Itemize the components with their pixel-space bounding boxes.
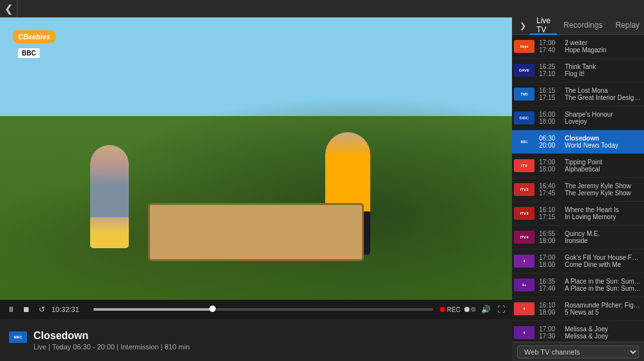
prog-time: 17:10 [539, 70, 561, 77]
volume-button[interactable]: 🔊 [480, 305, 491, 314]
prog-time: 17:00 [539, 254, 561, 261]
prog-time: 17:45 [539, 190, 561, 197]
channel-item-bbc[interactable]: BBC06:30Closedown20:00World News Today [512, 130, 644, 154]
channel-programs-disc: 16:00Sharpe's Honour18:00Lovejoy [536, 106, 644, 130]
prog-time: 17:40 [539, 46, 561, 54]
rewind-button[interactable]: ↺ [36, 305, 48, 314]
channel-logo-wrap-ch4: 4 [512, 249, 536, 273]
channel-logo-ch4: 4 [514, 255, 535, 268]
channel-item-twd[interactable]: TWD16:15The Lost Mona17:15The Great Inte… [512, 83, 644, 106]
prog-row: 18:00Ironside [539, 237, 641, 244]
prog-row: 18:005 News at 5 [539, 309, 641, 316]
channel-logo-itv: ITV [514, 159, 535, 172]
channel-logo-twd: TWD [514, 88, 535, 101]
prog-time: 18:00 [539, 261, 561, 268]
prog-name: Quincy M.E. [565, 230, 600, 237]
channel-programs-ch5: 16:10Rosamunde Pilcher: Fighting F...18:… [536, 297, 644, 320]
prog-time: 16:10 [539, 206, 561, 213]
prog-name: Hope Magazin [565, 46, 606, 54]
prog-time: 17:00 [539, 326, 561, 333]
channel-logo-wrap-ch5: 5 [512, 297, 536, 320]
back-button[interactable]: ❮ [0, 0, 17, 17]
prog-time: 16:40 [539, 182, 561, 190]
channel-logo-itv3: ITV3 [514, 207, 535, 220]
channel-item-disc[interactable]: DISC16:00Sharpe's Honour18:00Lovejoy [512, 106, 644, 130]
channel-logo-wrap-hope: Hope [512, 35, 536, 58]
channel-item-itv2[interactable]: ITV216:40The Jeremy Kyle Show17:45The Je… [512, 178, 644, 202]
channel-logo-wrap-ch4a: 4+ [512, 273, 536, 297]
channel-item-ch4[interactable]: 417:00Gok's Fill Your House For Free18:0… [512, 249, 644, 273]
channel-item-dave[interactable]: DAVE16:25Think Tank17:10Flog It! [512, 59, 644, 83]
video-controls: ⏸ ⏹ ↺ 10:32:31 REC 🔊 ⛶ [0, 300, 512, 319]
sidebar: ❯ Live TV Recordings Replay Hope17:002 w… [512, 17, 644, 361]
channel-item-ch4b[interactable]: 417:00Melissa & Joey17:30Melissa & Joey [512, 321, 644, 342]
prog-row: 17:15In Loving Memory [539, 213, 641, 220]
toggle-control[interactable] [464, 307, 476, 312]
prog-time: 16:55 [539, 230, 561, 237]
prog-row: 18:00Lovejoy [539, 118, 641, 125]
channel-item-itv4[interactable]: ITV416:55Quincy M.E.18:00Ironside [512, 226, 644, 249]
prog-row: 17:40Hope Magazin [539, 46, 641, 54]
prog-name: Rosamunde Pilcher: Fighting F... [565, 302, 641, 309]
channel-logo-dave: DAVE [514, 64, 535, 77]
prog-time: 18:00 [539, 237, 561, 244]
cbeebies-logo: CBeebies [13, 30, 55, 43]
prog-name: Come Dine with Me [565, 261, 621, 268]
bbc-logo: BBC [18, 48, 40, 58]
stop-button[interactable]: ⏹ [21, 305, 32, 314]
rec-label: REC [447, 306, 460, 313]
prog-time: 17:00 [539, 159, 561, 166]
sidebar-arrow[interactable]: ❯ [516, 21, 530, 30]
prog-name: Melissa & Joey [565, 333, 608, 340]
sidebar-tabs: ❯ Live TV Recordings Replay [512, 17, 644, 35]
tab-live-tv[interactable]: Live TV [530, 17, 557, 35]
rec-dot [440, 307, 445, 312]
channel-filter-select[interactable]: Web TV channels All channels Favourites [517, 346, 639, 358]
prog-row: 16:10Where the Heart Is [539, 206, 641, 213]
prog-name: Think Tank [565, 63, 596, 70]
channel-programs-itv3: 16:10Where the Heart Is17:15In Loving Me… [536, 202, 644, 225]
prog-time: 17:00 [539, 39, 561, 46]
channel-logo-wrap-ch4b: 4 [512, 321, 536, 342]
prog-name: Flog It! [565, 70, 585, 77]
person-left [90, 145, 129, 248]
channel-logo-hope: Hope [514, 40, 535, 53]
prog-row: 16:55Quincy M.E. [539, 230, 641, 237]
prog-row: 16:25Think Tank [539, 63, 641, 70]
tab-recordings[interactable]: Recordings [557, 17, 609, 35]
prog-row: 17:45The Jeremy Kyle Show [539, 190, 641, 197]
channel-item-itv[interactable]: ITV17:00Tipping Point18:00Alphabetical [512, 154, 644, 178]
channel-logo-wrap-itv3: ITV3 [512, 202, 536, 225]
channel-item-itv3[interactable]: ITV316:10Where the Heart Is17:15In Lovin… [512, 202, 644, 226]
dot-2 [471, 307, 476, 312]
channel-item-ch4a[interactable]: 4+16:35A Place in the Sun: Summer Sun17:… [512, 273, 644, 297]
back-icon: ❮ [5, 3, 13, 15]
prog-row: 16:40The Jeremy Kyle Show [539, 182, 641, 190]
progress-fill [93, 308, 213, 311]
channel-logo-ch4a: 4+ [514, 278, 535, 291]
progress-bar[interactable] [93, 308, 433, 311]
prog-name: The Jeremy Kyle Show [565, 182, 631, 190]
prog-name: Where the Heart Is [565, 206, 619, 213]
channel-programs-itv4: 16:55Quincy M.E.18:00Ironside [536, 226, 644, 249]
channel-logo-wrap-itv4: ITV4 [512, 226, 536, 249]
channel-programs-ch4b: 17:00Melissa & Joey17:30Melissa & Joey [536, 321, 644, 342]
play-pause-button[interactable]: ⏸ [5, 305, 17, 314]
channel-logo-small: BBC [9, 331, 27, 343]
prog-row: 17:30Melissa & Joey [539, 333, 641, 340]
channel-logo-disc: DISC [514, 112, 535, 124]
channel-logo-bbc: BBC [514, 135, 535, 148]
prog-name: Sharpe's Honour [565, 111, 613, 118]
fullscreen-button[interactable]: ⛶ [495, 305, 507, 314]
channel-logo-ch5: 5 [514, 302, 535, 315]
prog-time: 20:00 [539, 142, 561, 149]
prog-name: World News Today [565, 142, 618, 149]
prog-time: 16:25 [539, 63, 561, 70]
channel-logo-wrap-dave: DAVE [512, 59, 536, 82]
foosball-table [148, 203, 364, 261]
prog-name: The Lost Mona [565, 87, 608, 94]
tab-replay[interactable]: Replay [609, 17, 644, 35]
prog-time: 16:10 [539, 302, 561, 309]
channel-item-hope[interactable]: Hope17:002 weiter17:40Hope Magazin [512, 35, 644, 59]
channel-item-ch5[interactable]: 516:10Rosamunde Pilcher: Fighting F...18… [512, 297, 644, 321]
